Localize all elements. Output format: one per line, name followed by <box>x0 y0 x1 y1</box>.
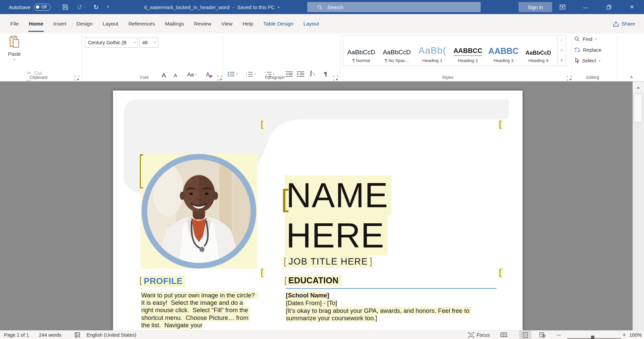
shrink-font-button[interactable]: Aˇ <box>174 72 178 78</box>
style-no-spacing[interactable]: AaBbCcD ¶ No Spac... <box>379 36 414 66</box>
education-school[interactable]: [School Name] <box>286 292 329 299</box>
zoom-level[interactable]: 100% <box>629 331 642 339</box>
content-control-bracket: [ <box>260 119 265 129</box>
numbering-button[interactable]: 123 ˅ <box>246 71 256 77</box>
tab-references[interactable]: References <box>123 14 160 34</box>
style-heading2[interactable]: AABBCC Heading 2 <box>450 36 485 66</box>
grow-font-button[interactable]: Aˆ <box>162 72 167 79</box>
tab-review[interactable]: Review <box>189 14 216 34</box>
paragraph-group-label: Paragraph <box>265 75 284 80</box>
bullets-button[interactable]: ˅ <box>227 71 238 77</box>
education-notes[interactable]: [It’s okay to brag about your GPA, award… <box>286 307 486 322</box>
scroll-up-button[interactable] <box>633 82 644 93</box>
numbering-chevron-icon[interactable]: ˅ <box>254 72 256 76</box>
name-field[interactable]: [ NAME HERE <box>285 175 429 256</box>
tab-help[interactable]: Help <box>237 14 258 34</box>
tab-table-design[interactable]: Table Design <box>258 14 299 34</box>
zoom-out-button[interactable]: — <box>557 331 561 339</box>
tab-home[interactable]: Home <box>24 14 48 34</box>
page-indicator[interactable]: Page 1 of 1 <box>4 331 29 339</box>
style-heading4[interactable]: AaBbCcD Heading 4 <box>521 36 556 66</box>
select-button[interactable]: Select ˅ <box>574 58 600 63</box>
search-input[interactable]: Search <box>307 2 481 12</box>
bullets-chevron-icon[interactable]: ˅ <box>236 72 238 76</box>
print-layout-icon <box>523 332 528 338</box>
paragraph-dialog-launcher[interactable] <box>333 76 338 80</box>
close-button[interactable]: ✕ <box>622 0 642 14</box>
styles-scroll-down-button[interactable]: ˅ <box>557 46 566 56</box>
tab-design[interactable]: Design <box>71 14 98 34</box>
clipboard-dialog-launcher[interactable] <box>74 76 79 80</box>
education-dates[interactable]: [Dates From] - [To] <box>286 299 337 307</box>
education-heading[interactable]: [ EDUCATION <box>284 275 342 286</box>
document-page[interactable]: [ [ [ [ <box>113 91 523 330</box>
customize-qat-button[interactable]: ˅ <box>107 5 109 9</box>
web-layout-button[interactable] <box>539 331 545 339</box>
font-name-combobox[interactable]: Century Gothic (B ˅ <box>85 38 138 48</box>
style-heading1[interactable]: AaBb( Heading 1 <box>415 36 450 66</box>
clear-formatting-button[interactable]: A <box>206 72 212 78</box>
paste-icon <box>9 36 20 48</box>
content-control-bracket: [ <box>139 276 143 287</box>
zoom-slider-thumb[interactable] <box>591 336 594 339</box>
title-bar: AutoSave Off ↺⌄ ↻ ˅ 6_watermark_locked_i… <box>0 0 644 14</box>
show-formatting-button[interactable]: ¶ <box>324 71 327 78</box>
undo-button[interactable]: ↺⌄ <box>77 3 85 11</box>
read-mode-button[interactable] <box>500 331 507 339</box>
photo-placeholder[interactable] <box>141 154 258 269</box>
zoom-slider[interactable] <box>567 334 621 339</box>
collapse-ribbon-button[interactable]: ∧ <box>630 74 633 79</box>
restore-button[interactable] <box>599 0 619 14</box>
style-normal[interactable]: AaBbCcD ¶ Normal <box>344 36 379 66</box>
autosave-toggle-knob <box>36 5 39 9</box>
tab-view[interactable]: View <box>216 14 237 34</box>
quick-access-toolbar: ↺⌄ ↻ ˅ <box>62 0 109 14</box>
redo-button[interactable]: ↻ <box>93 3 99 11</box>
tab-file[interactable]: File <box>5 14 24 34</box>
tab-layout-contextual[interactable]: Layout <box>298 14 324 34</box>
tab-insert[interactable]: Insert <box>48 14 71 34</box>
font-size-combobox[interactable]: 48 ˅ <box>139 38 158 48</box>
profile-body[interactable]: Want to put your own image in the circle… <box>141 292 255 329</box>
autosave-toggle[interactable]: Off <box>34 4 51 11</box>
styles-scroll-up-button[interactable]: ˄ <box>557 36 566 46</box>
proofing-status[interactable] <box>74 331 80 339</box>
save-button[interactable] <box>62 4 69 10</box>
paste-button[interactable]: Paste ˅ <box>5 36 24 69</box>
sign-in-button[interactable]: Sign in <box>519 2 552 12</box>
paste-chevron-icon[interactable]: ˅ <box>13 58 15 61</box>
sort-button[interactable]: AZ ↓ <box>310 70 315 76</box>
vertical-scrollbar[interactable] <box>633 81 644 330</box>
find-chevron-icon[interactable]: ˅ <box>595 38 597 41</box>
style-heading3[interactable]: AABBC Heading 3 <box>486 36 521 66</box>
profile-photo[interactable] <box>142 154 256 269</box>
styles-more-button[interactable]: ˅ <box>557 56 566 66</box>
document-title[interactable]: 6_watermark_locked_in_header_word - Save… <box>144 0 279 14</box>
language-status[interactable]: English (United States) <box>87 331 136 339</box>
zoom-in-button[interactable]: + <box>623 331 626 339</box>
minimize-button[interactable]: — <box>576 0 595 14</box>
profile-heading[interactable]: [ PROFILE <box>139 275 185 287</box>
autosave-control[interactable]: AutoSave Off <box>9 0 51 14</box>
replace-button[interactable]: bc Replace <box>574 47 601 53</box>
styles-dialog-launcher[interactable] <box>567 76 572 80</box>
increase-indent-button[interactable] <box>297 71 305 77</box>
font-dialog-launcher[interactable] <box>217 76 222 80</box>
tab-layout[interactable]: Layout <box>98 14 123 34</box>
scrollbar-thumb[interactable] <box>634 94 642 122</box>
tab-mailings[interactable]: Mailings <box>160 14 189 34</box>
select-chevron-icon[interactable]: ˅ <box>599 59 600 62</box>
decrease-indent-button[interactable] <box>285 71 293 77</box>
focus-button[interactable]: Focus <box>468 331 490 339</box>
word-count[interactable]: 244 words <box>39 331 61 339</box>
education-school-text: [School Name] <box>286 291 329 299</box>
page-indicator-text: Page 1 of 1 <box>4 332 29 338</box>
print-layout-button[interactable] <box>519 331 531 339</box>
find-button[interactable]: Find ˅ <box>574 36 597 42</box>
read-mode-icon <box>500 332 507 338</box>
title-dropdown-icon[interactable]: ▾ <box>278 5 279 9</box>
ribbon-display-options-button[interactable] <box>553 0 572 14</box>
job-title-field[interactable]: [ JOB TITLE HERE ] <box>283 256 373 268</box>
share-button[interactable]: Share <box>613 14 635 34</box>
change-case-button[interactable]: Aa˅ <box>187 72 197 78</box>
